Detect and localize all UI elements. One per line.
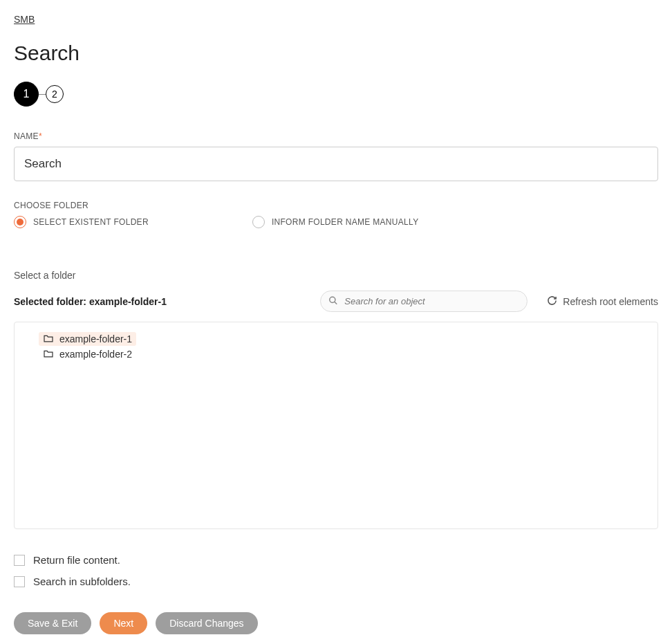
radio-icon	[14, 216, 26, 228]
page-title: Search	[14, 42, 658, 65]
refresh-root-elements[interactable]: Refresh root elements	[547, 295, 658, 308]
name-input[interactable]	[14, 147, 658, 181]
tree-item-label: example-folder-2	[59, 349, 132, 359]
object-search[interactable]	[320, 291, 528, 312]
search-icon	[328, 295, 338, 307]
choose-folder-label: CHOOSE FOLDER	[14, 201, 658, 210]
required-indicator: *	[39, 131, 42, 141]
checkbox-icon	[14, 576, 25, 587]
refresh-icon	[547, 295, 557, 308]
radio-label: SELECT EXISTENT FOLDER	[33, 217, 149, 227]
step-2[interactable]: 2	[46, 85, 64, 103]
radio-label: INFORM FOLDER NAME MANUALLY	[272, 217, 419, 227]
object-search-input[interactable]	[320, 291, 528, 312]
folder-tree: example-folder-1 example-folder-2	[14, 322, 658, 529]
stepper: 1 2	[14, 82, 658, 107]
svg-line-1	[335, 302, 337, 304]
svg-point-0	[330, 297, 335, 302]
radio-select-existent[interactable]: SELECT EXISTENT FOLDER	[14, 216, 149, 228]
breadcrumb-smb[interactable]: SMB	[14, 14, 35, 25]
step-1[interactable]: 1	[14, 82, 39, 107]
select-folder-subtitle: Select a folder	[14, 270, 658, 281]
radio-inform-manually[interactable]: INFORM FOLDER NAME MANUALLY	[252, 216, 419, 228]
checkbox-label: Search in subfolders.	[33, 576, 131, 587]
checkbox-label: Return file content.	[33, 554, 120, 566]
radio-icon	[252, 216, 265, 228]
selected-folder-text: Selected folder: example-folder-1	[14, 296, 167, 307]
tree-item-example-folder-1[interactable]: example-folder-1	[39, 332, 136, 346]
checkbox-search-subfolders[interactable]: Search in subfolders.	[14, 576, 658, 587]
folder-icon	[43, 334, 54, 344]
folder-icon	[43, 349, 54, 359]
next-button[interactable]: Next	[100, 612, 147, 634]
tree-item-label: example-folder-1	[59, 334, 132, 344]
checkbox-return-file-content[interactable]: Return file content.	[14, 554, 658, 566]
step-connector	[39, 94, 46, 95]
checkbox-icon	[14, 555, 25, 566]
choose-folder-radios: SELECT EXISTENT FOLDER INFORM FOLDER NAM…	[14, 216, 658, 228]
refresh-label: Refresh root elements	[563, 296, 658, 307]
name-label: NAME*	[14, 131, 658, 141]
tree-item-example-folder-2[interactable]: example-folder-2	[39, 347, 136, 361]
save-exit-button[interactable]: Save & Exit	[14, 612, 91, 634]
discard-changes-button[interactable]: Discard Changes	[156, 612, 257, 634]
